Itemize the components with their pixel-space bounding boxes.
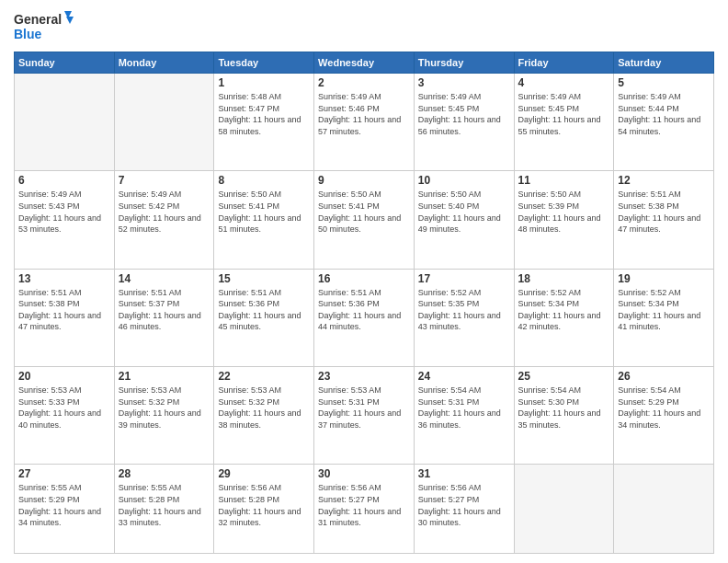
calendar-cell: 11Sunrise: 5:50 AMSunset: 5:39 PMDayligh… bbox=[514, 171, 614, 269]
daylight-text: Daylight: 11 hours and 57 minutes. bbox=[318, 114, 410, 137]
calendar-cell: 2Sunrise: 5:49 AMSunset: 5:46 PMDaylight… bbox=[314, 74, 415, 171]
calendar-cell: 21Sunrise: 5:53 AMSunset: 5:32 PMDayligh… bbox=[114, 366, 214, 464]
sunrise-text: Sunrise: 5:50 AM bbox=[318, 189, 410, 201]
sunset-text: Sunset: 5:34 PM bbox=[518, 298, 610, 310]
svg-text:Blue: Blue bbox=[14, 27, 42, 41]
sunrise-text: Sunrise: 5:50 AM bbox=[418, 189, 510, 201]
sunset-text: Sunset: 5:45 PM bbox=[518, 103, 610, 115]
daylight-text: Daylight: 11 hours and 37 minutes. bbox=[318, 408, 410, 431]
sunset-text: Sunset: 5:37 PM bbox=[119, 298, 210, 310]
day-number: 1 bbox=[218, 76, 310, 89]
daylight-text: Daylight: 11 hours and 54 minutes. bbox=[618, 114, 710, 137]
sunset-text: Sunset: 5:38 PM bbox=[18, 298, 110, 310]
calendar-cell: 22Sunrise: 5:53 AMSunset: 5:32 PMDayligh… bbox=[214, 366, 314, 464]
day-number: 9 bbox=[318, 174, 410, 187]
calendar-cell bbox=[614, 465, 714, 554]
sunset-text: Sunset: 5:29 PM bbox=[18, 494, 110, 506]
daylight-text: Daylight: 11 hours and 58 minutes. bbox=[218, 114, 310, 137]
sunset-text: Sunset: 5:28 PM bbox=[119, 494, 210, 506]
daylight-text: Daylight: 11 hours and 48 minutes. bbox=[518, 213, 610, 236]
calendar-cell: 20Sunrise: 5:53 AMSunset: 5:33 PMDayligh… bbox=[15, 366, 115, 464]
daylight-text: Daylight: 11 hours and 40 minutes. bbox=[18, 408, 110, 431]
sunset-text: Sunset: 5:45 PM bbox=[418, 103, 510, 115]
day-number: 10 bbox=[418, 174, 510, 187]
calendar-cell: 26Sunrise: 5:54 AMSunset: 5:29 PMDayligh… bbox=[614, 366, 714, 464]
calendar-cell: 23Sunrise: 5:53 AMSunset: 5:31 PMDayligh… bbox=[314, 366, 415, 464]
day-number: 5 bbox=[618, 76, 710, 89]
day-number: 12 bbox=[618, 174, 710, 187]
calendar-week-row: 20Sunrise: 5:53 AMSunset: 5:33 PMDayligh… bbox=[15, 366, 714, 464]
sunset-text: Sunset: 5:33 PM bbox=[18, 396, 110, 408]
day-number: 23 bbox=[318, 370, 410, 383]
calendar-cell: 6Sunrise: 5:49 AMSunset: 5:43 PMDaylight… bbox=[15, 171, 115, 269]
sunset-text: Sunset: 5:39 PM bbox=[518, 201, 610, 213]
weekday-header-row: SundayMondayTuesdayWednesdayThursdayFrid… bbox=[15, 52, 714, 74]
calendar-week-row: 27Sunrise: 5:55 AMSunset: 5:29 PMDayligh… bbox=[15, 465, 714, 554]
daylight-text: Daylight: 11 hours and 56 minutes. bbox=[418, 114, 510, 137]
sunset-text: Sunset: 5:32 PM bbox=[218, 396, 310, 408]
sunrise-text: Sunrise: 5:50 AM bbox=[218, 189, 310, 201]
daylight-text: Daylight: 11 hours and 30 minutes. bbox=[418, 506, 510, 529]
daylight-text: Daylight: 11 hours and 44 minutes. bbox=[318, 310, 410, 333]
day-number: 11 bbox=[518, 174, 610, 187]
sunrise-text: Sunrise: 5:48 AM bbox=[218, 91, 310, 103]
daylight-text: Daylight: 11 hours and 51 minutes. bbox=[218, 213, 310, 236]
sunset-text: Sunset: 5:31 PM bbox=[318, 396, 410, 408]
calendar-cell: 16Sunrise: 5:51 AMSunset: 5:36 PMDayligh… bbox=[314, 269, 415, 366]
sunrise-text: Sunrise: 5:53 AM bbox=[119, 385, 210, 396]
sunrise-text: Sunrise: 5:53 AM bbox=[218, 385, 310, 396]
day-number: 28 bbox=[119, 467, 210, 480]
sunrise-text: Sunrise: 5:52 AM bbox=[518, 287, 610, 299]
logo-svg: General Blue bbox=[14, 9, 74, 44]
day-number: 22 bbox=[218, 370, 310, 383]
sunset-text: Sunset: 5:31 PM bbox=[418, 396, 510, 408]
sunrise-text: Sunrise: 5:51 AM bbox=[618, 189, 710, 201]
daylight-text: Daylight: 11 hours and 49 minutes. bbox=[418, 213, 510, 236]
daylight-text: Daylight: 11 hours and 41 minutes. bbox=[618, 310, 710, 333]
daylight-text: Daylight: 11 hours and 39 minutes. bbox=[119, 408, 210, 431]
calendar-cell: 28Sunrise: 5:55 AMSunset: 5:28 PMDayligh… bbox=[114, 465, 214, 554]
sunrise-text: Sunrise: 5:49 AM bbox=[618, 91, 710, 103]
day-number: 21 bbox=[119, 370, 210, 383]
calendar-cell: 13Sunrise: 5:51 AMSunset: 5:38 PMDayligh… bbox=[15, 269, 115, 366]
day-number: 30 bbox=[318, 467, 410, 480]
sunset-text: Sunset: 5:46 PM bbox=[318, 103, 410, 115]
sunrise-text: Sunrise: 5:54 AM bbox=[518, 385, 610, 396]
calendar-week-row: 6Sunrise: 5:49 AMSunset: 5:43 PMDaylight… bbox=[15, 171, 714, 269]
daylight-text: Daylight: 11 hours and 47 minutes. bbox=[618, 213, 710, 236]
daylight-text: Daylight: 11 hours and 53 minutes. bbox=[18, 213, 110, 236]
weekday-header-sunday: Sunday bbox=[15, 52, 115, 74]
calendar-cell: 30Sunrise: 5:56 AMSunset: 5:27 PMDayligh… bbox=[314, 465, 415, 554]
sunrise-text: Sunrise: 5:51 AM bbox=[18, 287, 110, 299]
sunrise-text: Sunrise: 5:51 AM bbox=[218, 287, 310, 299]
sunset-text: Sunset: 5:43 PM bbox=[18, 201, 110, 213]
daylight-text: Daylight: 11 hours and 34 minutes. bbox=[18, 506, 110, 529]
day-number: 29 bbox=[218, 467, 310, 480]
calendar-cell: 5Sunrise: 5:49 AMSunset: 5:44 PMDaylight… bbox=[614, 74, 714, 171]
sunset-text: Sunset: 5:42 PM bbox=[119, 201, 210, 213]
day-number: 13 bbox=[18, 272, 110, 285]
calendar-cell: 19Sunrise: 5:52 AMSunset: 5:34 PMDayligh… bbox=[614, 269, 714, 366]
sunset-text: Sunset: 5:27 PM bbox=[318, 494, 410, 506]
weekday-header-wednesday: Wednesday bbox=[314, 52, 415, 74]
day-number: 15 bbox=[218, 272, 310, 285]
sunrise-text: Sunrise: 5:53 AM bbox=[318, 385, 410, 396]
sunrise-text: Sunrise: 5:52 AM bbox=[618, 287, 710, 299]
weekday-header-thursday: Thursday bbox=[414, 52, 514, 74]
sunset-text: Sunset: 5:36 PM bbox=[218, 298, 310, 310]
sunset-text: Sunset: 5:34 PM bbox=[618, 298, 710, 310]
calendar-cell: 15Sunrise: 5:51 AMSunset: 5:36 PMDayligh… bbox=[214, 269, 314, 366]
calendar-cell: 4Sunrise: 5:49 AMSunset: 5:45 PMDaylight… bbox=[514, 74, 614, 171]
sunset-text: Sunset: 5:41 PM bbox=[218, 201, 310, 213]
calendar-cell: 14Sunrise: 5:51 AMSunset: 5:37 PMDayligh… bbox=[114, 269, 214, 366]
sunset-text: Sunset: 5:38 PM bbox=[618, 201, 710, 213]
sunset-text: Sunset: 5:29 PM bbox=[618, 396, 710, 408]
day-number: 2 bbox=[318, 76, 410, 89]
calendar-cell: 24Sunrise: 5:54 AMSunset: 5:31 PMDayligh… bbox=[414, 366, 514, 464]
daylight-text: Daylight: 11 hours and 55 minutes. bbox=[518, 114, 610, 137]
sunset-text: Sunset: 5:40 PM bbox=[418, 201, 510, 213]
calendar-cell: 27Sunrise: 5:55 AMSunset: 5:29 PMDayligh… bbox=[15, 465, 115, 554]
daylight-text: Daylight: 11 hours and 33 minutes. bbox=[119, 506, 210, 529]
sunrise-text: Sunrise: 5:49 AM bbox=[119, 189, 210, 201]
sunset-text: Sunset: 5:36 PM bbox=[318, 298, 410, 310]
